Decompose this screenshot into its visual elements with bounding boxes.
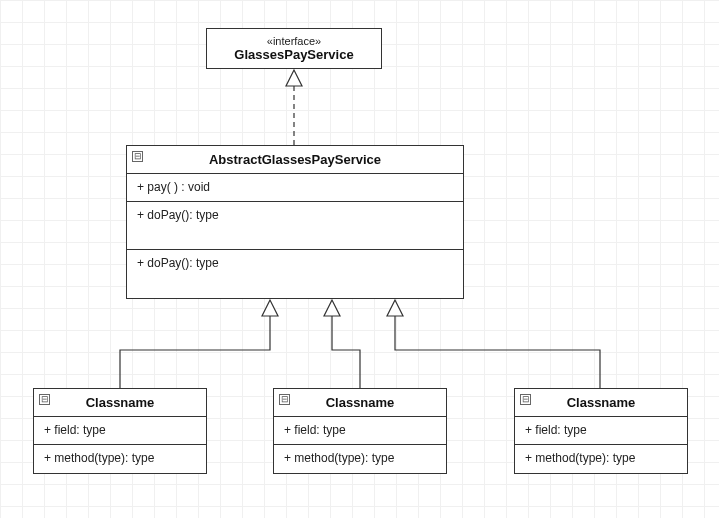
subclass-field-1: + field: type <box>274 417 446 445</box>
subclass-header-0: ⊟ Classname <box>34 389 206 417</box>
collapse-icon[interactable]: ⊟ <box>39 394 50 405</box>
subclass-field-2: + field: type <box>515 417 687 445</box>
abstract-class-name: AbstractGlassesPayService <box>135 152 455 167</box>
interface-header: «interface» GlassesPayService <box>207 29 381 68</box>
collapse-icon[interactable]: ⊟ <box>132 151 143 162</box>
abstract-method-0: + pay( ) : void <box>127 174 463 202</box>
abstract-method-2: + doPay(): type <box>127 250 463 298</box>
interface-stereotype: «interface» <box>215 35 373 47</box>
subclass-method-0: + method(type): type <box>34 445 206 473</box>
subclass-header-1: ⊟ Classname <box>274 389 446 417</box>
interface-name: GlassesPayService <box>215 47 373 62</box>
subclass-method-1: + method(type): type <box>274 445 446 473</box>
abstract-class-box[interactable]: ⊟ AbstractGlassesPayService + pay( ) : v… <box>126 145 464 299</box>
interface-box[interactable]: «interface» GlassesPayService <box>206 28 382 69</box>
subclass-box-1[interactable]: ⊟ Classname + field: type + method(type)… <box>273 388 447 474</box>
subclass-method-2: + method(type): type <box>515 445 687 473</box>
abstract-class-header: ⊟ AbstractGlassesPayService <box>127 146 463 174</box>
subclass-name-2: Classname <box>523 395 679 410</box>
subclass-header-2: ⊟ Classname <box>515 389 687 417</box>
subclass-box-2[interactable]: ⊟ Classname + field: type + method(type)… <box>514 388 688 474</box>
subclass-box-0[interactable]: ⊟ Classname + field: type + method(type)… <box>33 388 207 474</box>
subclass-name-1: Classname <box>282 395 438 410</box>
subclass-name-0: Classname <box>42 395 198 410</box>
collapse-icon[interactable]: ⊟ <box>279 394 290 405</box>
abstract-method-1: + doPay(): type <box>127 202 463 250</box>
diagram-canvas: «interface» GlassesPayService ⊟ Abstract… <box>0 0 719 518</box>
collapse-icon[interactable]: ⊟ <box>520 394 531 405</box>
subclass-field-0: + field: type <box>34 417 206 445</box>
